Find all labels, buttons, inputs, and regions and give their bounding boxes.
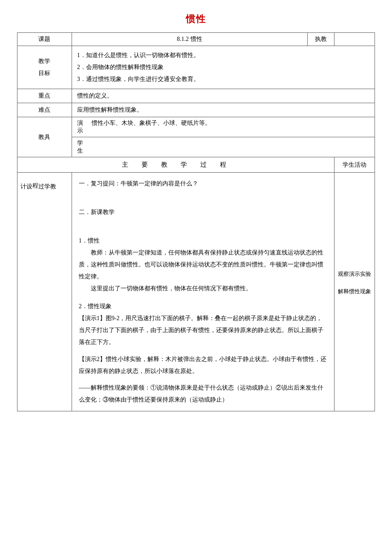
equipment-table: 演示 惯性小车、木块、象棋子、小球、硬纸片等。 学生 [72, 117, 375, 157]
process-line-5: 这里提出了一切物体都有惯性，物体在任何情况下都有惯性。 [79, 283, 327, 295]
objectives-row: 教学 目标 1．知道什么是惯性，认识一切物体都有惯性。 2．会用物体的惯性解释惯… [17, 46, 375, 89]
objective-1: 1．知道什么是惯性，认识一切物体都有惯性。 [77, 49, 369, 61]
process-spacer-2 [79, 198, 327, 207]
student-activity-2: 解释惯性现象 [336, 287, 373, 296]
process-spacer-5 [79, 295, 327, 301]
teaching-process-row: 教学过程设计 一．复习提问：牛顿第一定律的内容是什么？ 二．新课教学 1．惯性 … [17, 173, 375, 411]
student-activity-header: 学生活动 [334, 157, 375, 173]
teaching-label: 教学过程设计 [17, 173, 72, 411]
process-line-8: 【演示2】惯性小球实验，解释：木片被弹出去之前，小球处于静止状态。小球由于有惯性… [79, 353, 327, 377]
difficulty-label: 难点 [17, 103, 72, 117]
key-value: 惯性的定义。 [72, 89, 375, 103]
process-line-7: 【演示1】图9-2，用尺迅速打出下面的棋子。解释：叠在一起的棋子原来是处于静止状… [79, 312, 327, 348]
subject-row: 课题 8.1.2 惯性 执教 [17, 33, 375, 46]
key-row: 重点 惯性的定义。 [17, 89, 375, 103]
subject-value: 8.1.2 惯性 [72, 33, 307, 46]
main-table: 课题 8.1.2 惯性 执教 教学 目标 1．知道什么是惯性，认识一切物体都有惯… [17, 32, 375, 411]
process-line-9: ——解释惯性现象的要领：①说清物体原来是处于什么状态（运动或静止）②说出后来发生… [79, 382, 327, 406]
equipment-demo-label: 演示 [72, 117, 88, 137]
objectives-label: 教学 目标 [17, 46, 72, 89]
equipment-content: 演示 惯性小车、木块、象棋子、小球、硬纸片等。 学生 [72, 117, 375, 157]
process-spacer-6 [79, 348, 327, 353]
objective-2: 2．会用物体的惯性解释惯性现象 [77, 61, 369, 73]
equipment-label: 教具 [17, 117, 72, 157]
section-header-row: 主 要 教 学 过 程 学生活动 [17, 157, 375, 173]
difficulty-row: 难点 应用惯性解释惯性现象。 [17, 103, 375, 117]
student-activities-column: 观察演示实验 解释惯性现象 [334, 173, 375, 411]
objectives-content: 1．知道什么是惯性，认识一切物体都有惯性。 2．会用物体的惯性解释惯性现象 3．… [72, 46, 375, 89]
process-section-header: 主 要 教 学 过 程 [17, 157, 334, 173]
process-line-3: 1．惯性 [79, 235, 327, 247]
process-line-1: 一．复习提问：牛顿第一定律的内容是什么？ [79, 178, 327, 190]
student-activity-1: 观察演示实验 [336, 270, 373, 279]
process-spacer-1 [79, 190, 327, 198]
page-title: 惯性 [17, 13, 375, 26]
teacher-value [334, 33, 375, 46]
teacher-label: 执教 [307, 33, 334, 46]
subject-label: 课题 [17, 33, 72, 46]
key-label: 重点 [17, 89, 72, 103]
equipment-demo-value: 惯性小车、木块、象棋子、小球、硬纸片等。 [88, 117, 375, 137]
process-line-2: 二．新课教学 [79, 206, 327, 218]
equipment-demo-row: 演示 惯性小车、木块、象棋子、小球、硬纸片等。 [72, 117, 375, 137]
equipment-student-value [88, 137, 375, 157]
objective-3: 3．通过惯性现象，向学生进行交通安全教育。 [77, 73, 369, 85]
equipment-student-label: 学生 [72, 137, 88, 157]
process-line-4: 教师：从牛顿第一定律知道，任何物体都具有保持静止状态或保持匀速直线运动状态的性质… [79, 247, 327, 283]
difficulty-value: 应用惯性解释惯性现象。 [72, 103, 375, 117]
process-spacer-3 [79, 218, 327, 227]
process-main-content: 一．复习提问：牛顿第一定律的内容是什么？ 二．新课教学 1．惯性 教师：从牛顿第… [72, 173, 334, 411]
process-spacer-4 [79, 227, 327, 235]
equipment-row: 教具 演示 惯性小车、木块、象棋子、小球、硬纸片等。 学生 [17, 117, 375, 157]
equipment-student-row: 学生 [72, 137, 375, 157]
process-line-6: 2．惯性现象 [79, 301, 327, 312]
process-spacer-7 [79, 377, 327, 382]
